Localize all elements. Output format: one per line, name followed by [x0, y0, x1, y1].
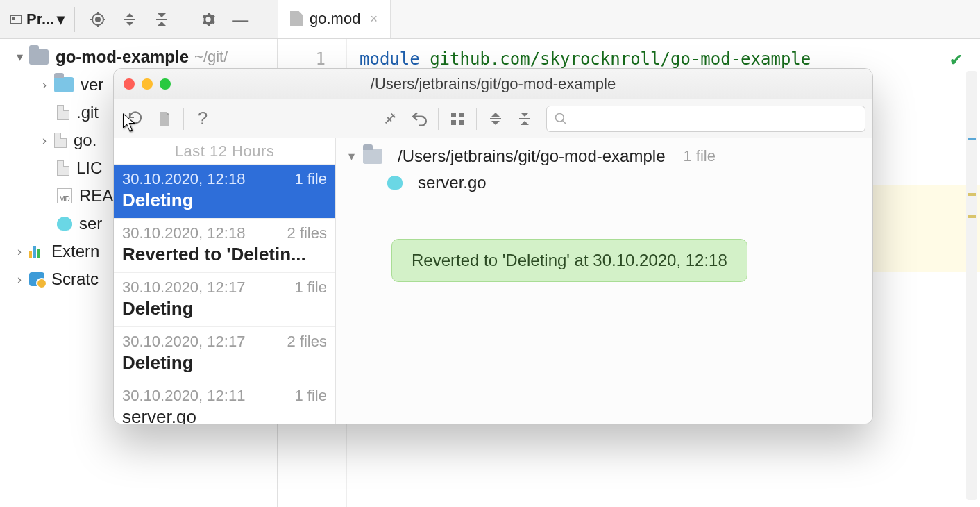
details-path-row[interactable]: ▾ /Users/jetbrains/git/go-mod-example 1 … — [348, 147, 860, 166]
scratch-icon — [29, 272, 44, 286]
scroll-mark — [968, 138, 976, 140]
chevron-right-icon[interactable]: › — [10, 272, 29, 287]
dialog-toolbar: ? — [114, 99, 872, 138]
details-file-name: server.go — [418, 173, 487, 192]
select-target-icon[interactable] — [83, 5, 112, 34]
dialog-search[interactable] — [546, 106, 865, 132]
chevron-right-icon[interactable]: › — [35, 78, 54, 92]
collapse-all-icon[interactable] — [147, 5, 176, 34]
project-tool-window-icon — [10, 15, 22, 24]
separator — [185, 7, 185, 32]
svg-point-1 — [96, 17, 100, 22]
history-list[interactable]: Last 12 Hours 30.10.2020, 12:181 file De… — [114, 138, 336, 424]
svg-rect-15 — [459, 120, 464, 125]
grid-view-icon[interactable] — [443, 104, 472, 133]
pin-icon[interactable] — [375, 104, 405, 133]
separator — [438, 108, 439, 130]
revert-icon[interactable] — [121, 104, 150, 133]
chevron-down-icon[interactable]: ▾ — [10, 49, 29, 65]
folder-icon — [54, 77, 74, 92]
history-item[interactable]: 30.10.2020, 12:181 file Deleting — [114, 165, 335, 219]
tree-root[interactable]: ▾ go-mod-example ~/git/ — [0, 43, 277, 71]
editor-tab-bar: go.mod × — [278, 0, 980, 39]
file-icon — [57, 105, 69, 120]
scroll-mark — [968, 215, 976, 218]
svg-rect-9 — [156, 19, 167, 20]
search-icon — [554, 112, 568, 126]
close-icon[interactable]: × — [370, 12, 378, 26]
history-date: 30.10.2020, 12:11 — [122, 387, 245, 405]
svg-marker-11 — [158, 22, 166, 26]
svg-line-23 — [563, 120, 566, 124]
history-item[interactable]: 30.10.2020, 12:111 file server.go — [114, 381, 335, 424]
scroll-mark — [968, 193, 976, 196]
item-label: go. — [74, 131, 96, 150]
history-date: 30.10.2020, 12:18 — [122, 170, 245, 188]
root-path: ~/git/ — [194, 48, 228, 66]
history-count: 1 file — [295, 170, 327, 188]
history-count: 2 files — [287, 224, 327, 242]
dialog-title-bar[interactable]: /Users/jetbrains/git/go-mod-example — [114, 69, 872, 99]
collapse-all-icon[interactable] — [510, 104, 539, 133]
history-item[interactable]: 30.10.2020, 12:172 files Deleting — [114, 327, 335, 381]
hide-icon[interactable]: — — [226, 5, 255, 34]
svg-marker-18 — [491, 121, 500, 125]
details-path: /Users/jetbrains/git/go-mod-example — [398, 147, 666, 166]
history-section-header: Last 12 Hours — [114, 138, 335, 165]
item-label: Extern — [51, 242, 99, 261]
item-label: ser — [79, 214, 102, 233]
folder-icon — [363, 149, 382, 164]
chevron-down-icon[interactable]: ▾ — [348, 149, 355, 164]
expand-all-icon[interactable] — [115, 5, 144, 34]
inspection-ok-icon[interactable]: ✔ — [950, 47, 962, 70]
chevron-down-icon: ▾ — [57, 10, 65, 28]
item-label: Scratc — [51, 269, 99, 289]
svg-rect-19 — [519, 118, 530, 119]
editor-tab-go-mod[interactable]: go.mod × — [278, 0, 391, 38]
expand-all-icon[interactable] — [481, 104, 510, 133]
details-file-row[interactable]: server.go — [387, 173, 860, 192]
search-input[interactable] — [568, 110, 858, 126]
svg-marker-7 — [126, 13, 134, 17]
folder-icon — [29, 49, 49, 65]
history-count: 2 files — [287, 333, 327, 351]
root-name: go-mod-example — [56, 47, 189, 67]
svg-rect-6 — [124, 19, 135, 20]
revert-toast: Reverted to 'Deleting' at 30.10.2020, 12… — [391, 239, 747, 282]
history-action: Deleting — [122, 298, 327, 319]
svg-marker-20 — [521, 113, 529, 117]
history-date: 30.10.2020, 12:17 — [122, 279, 245, 297]
history-date: 30.10.2020, 12:17 — [122, 333, 245, 351]
project-dropdown-label: Pr... — [26, 10, 54, 28]
help-icon[interactable]: ? — [188, 104, 217, 133]
details-count: 1 file — [684, 147, 716, 165]
item-label: LIC — [76, 158, 102, 178]
project-dropdown[interactable]: Pr... ▾ — [7, 10, 67, 28]
undo-icon[interactable] — [405, 104, 434, 133]
chevron-right-icon[interactable]: › — [35, 133, 54, 148]
library-icon — [29, 244, 44, 258]
svg-rect-13 — [459, 113, 464, 117]
chevron-right-icon[interactable]: › — [10, 244, 29, 259]
file-icon — [57, 160, 69, 176]
editor-scrollbar[interactable] — [966, 71, 977, 500]
history-action: Deleting — [122, 190, 327, 211]
history-item[interactable]: 30.10.2020, 12:171 file Deleting — [114, 273, 335, 327]
history-details: ▾ /Users/jetbrains/git/go-mod-example 1 … — [336, 138, 872, 424]
history-count: 1 file — [295, 387, 327, 405]
gear-icon[interactable] — [194, 5, 223, 34]
history-count: 1 file — [295, 279, 327, 297]
history-item[interactable]: 30.10.2020, 12:182 files Reverted to 'De… — [114, 219, 335, 273]
tab-label: go.mod — [310, 10, 360, 28]
item-label: .git — [76, 103, 99, 122]
svg-rect-16 — [490, 118, 501, 119]
keyword: module — [360, 49, 420, 69]
history-action: Deleting — [122, 352, 327, 374]
svg-marker-8 — [126, 22, 134, 26]
history-action: server.go — [122, 406, 327, 424]
svg-rect-14 — [451, 120, 456, 125]
svg-marker-10 — [158, 13, 166, 17]
svg-marker-21 — [521, 121, 529, 125]
create-patch-icon[interactable] — [150, 104, 179, 133]
go-file-icon — [57, 217, 72, 231]
